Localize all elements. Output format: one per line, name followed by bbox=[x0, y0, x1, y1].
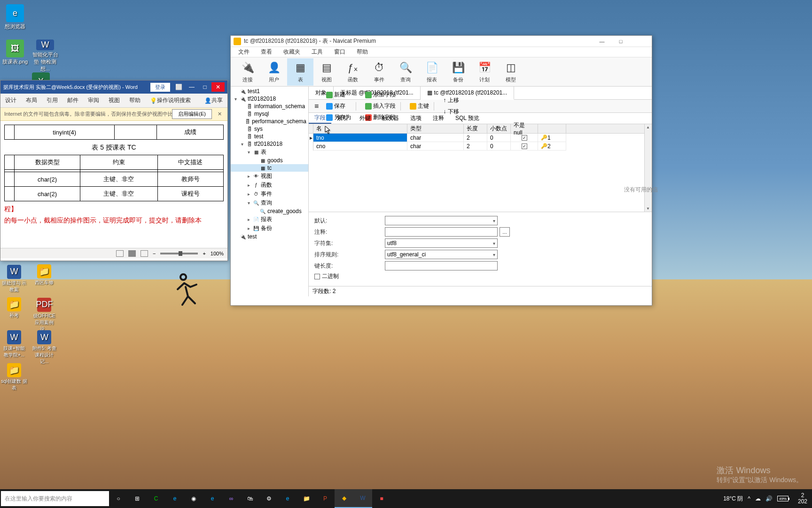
subtab[interactable]: SQL 预览 bbox=[450, 113, 485, 124]
collation-combo[interactable]: utf8_general_ci bbox=[385, 250, 498, 259]
cortana-icon[interactable]: ○ bbox=[109, 489, 128, 508]
tree-item[interactable]: ▸📄报表 bbox=[231, 215, 308, 224]
store-icon[interactable]: 🛍 bbox=[241, 489, 259, 508]
explorer-icon[interactable]: 📁 bbox=[297, 489, 316, 508]
toolbar-table-button[interactable]: ▦表 bbox=[287, 58, 313, 86]
taskbar-search[interactable]: 在这里输入你要搜索的内容 bbox=[1, 491, 109, 506]
ribbon-tab[interactable]: 设计 bbox=[0, 94, 21, 107]
menu-view[interactable]: 查看 bbox=[255, 48, 278, 56]
field-length-cell[interactable]: 2 bbox=[464, 142, 487, 151]
task-view-icon[interactable]: ⊞ bbox=[128, 489, 147, 508]
menu-favorites[interactable]: 收藏夹 bbox=[278, 48, 306, 56]
maximize-icon[interactable]: □ bbox=[611, 36, 630, 47]
subtab[interactable]: 注释 bbox=[427, 113, 450, 124]
menu-tools[interactable]: 工具 bbox=[306, 48, 328, 56]
maximize-icon[interactable]: □ bbox=[198, 82, 211, 92]
tree-expand-icon[interactable]: ▾ bbox=[246, 150, 251, 155]
tree-expand-icon[interactable]: ▸ bbox=[246, 226, 251, 231]
navicat-taskbar-icon[interactable]: ◆ bbox=[335, 489, 353, 508]
tree-item[interactable]: ▦goods bbox=[231, 157, 308, 164]
keylength-input[interactable] bbox=[385, 261, 498, 270]
toolbar-schedule-button[interactable]: 📅计划 bbox=[471, 58, 498, 86]
action-主键-button[interactable]: 主键 bbox=[406, 101, 433, 112]
menu-help[interactable]: 帮助 bbox=[351, 48, 374, 56]
desktop-icon[interactable]: W智能化平台垫 物检测想... bbox=[32, 40, 58, 72]
desktop-icon[interactable]: PDF级OFFICE 应用案例设... bbox=[31, 298, 57, 333]
action-上移-button[interactable]: ↑ 上移 bbox=[439, 95, 462, 106]
word-document-body[interactable]: tinyint(4) 成绩 表 5 授课表 TC 数据类型 约束 中文描述 ch… bbox=[0, 121, 227, 248]
field-row[interactable]: ▶tnochar20✓🔑1 bbox=[309, 134, 644, 142]
desktop-icon[interactable]: W附件5: 考查 课程设计记... bbox=[31, 330, 57, 365]
print-layout-icon[interactable] bbox=[128, 250, 136, 257]
field-decimal-cell[interactable]: 0 bbox=[487, 134, 511, 142]
field-name-cell[interactable]: tno bbox=[313, 134, 407, 142]
zoom-slider[interactable] bbox=[160, 253, 198, 254]
subtab[interactable]: 外键 bbox=[354, 113, 376, 124]
menu-toggle-icon[interactable]: ≡ bbox=[311, 101, 322, 112]
tree-item[interactable]: 🔌test1 bbox=[231, 87, 308, 95]
powerpoint-icon[interactable]: P bbox=[316, 489, 335, 508]
tree-item[interactable]: 🗄mysql bbox=[231, 110, 308, 118]
column-header[interactable] bbox=[538, 124, 566, 133]
word-titlebar[interactable]: 据库技术应用 实验二@Week5.docx (受保护的视图) - Word 登录… bbox=[0, 80, 227, 94]
tree-item[interactable]: ▸⏱事件 bbox=[231, 190, 308, 198]
column-header[interactable]: 长度 bbox=[464, 124, 487, 133]
ribbon-tab[interactable]: 邮件 bbox=[62, 94, 83, 107]
vertical-scrollbar[interactable] bbox=[644, 124, 652, 212]
toolbar-event-button[interactable]: ⏱事件 bbox=[366, 58, 392, 86]
tree-expand-icon[interactable]: ▸ bbox=[246, 191, 251, 197]
tree-item[interactable]: 🗄test bbox=[231, 133, 308, 140]
comment-input[interactable] bbox=[385, 227, 498, 237]
navicat-titlebar[interactable]: tc @tf20182018 (tf20182018) - 表 - Navica… bbox=[231, 36, 652, 47]
comment-expand-button[interactable]: … bbox=[500, 227, 510, 237]
share-button[interactable]: 👤 共享 bbox=[200, 94, 227, 107]
not-null-checkbox[interactable]: ✓ bbox=[511, 134, 538, 142]
tree-item[interactable]: ▾🔍查询 bbox=[231, 198, 308, 207]
ribbon-tab[interactable]: 帮助 bbox=[125, 94, 145, 107]
charset-combo[interactable]: utf8 bbox=[385, 238, 498, 248]
tree-expand-icon[interactable]: ▸ bbox=[246, 217, 251, 222]
tree-item[interactable]: ▾🔌tf20182018 bbox=[231, 95, 308, 103]
ribbon-tab[interactable]: 视图 bbox=[104, 94, 125, 107]
field-decimal-cell[interactable]: 0 bbox=[487, 142, 511, 151]
fields-grid[interactable]: 名类型长度小数点不是 null ▶tnochar20✓🔑1cnochar20✓🔑… bbox=[309, 124, 652, 212]
column-header[interactable]: 不是 null bbox=[511, 124, 538, 133]
content-tab[interactable]: ▦tc @tf20182018 (tf2018201... bbox=[421, 87, 515, 100]
onedrive-icon[interactable]: ☁ bbox=[755, 495, 761, 502]
zoom-percent[interactable]: 100% bbox=[211, 251, 224, 256]
toolbar-view-button[interactable]: ▤视图 bbox=[313, 58, 340, 86]
ie-icon[interactable]: e bbox=[203, 489, 222, 508]
tree-expand-icon[interactable]: ▾ bbox=[246, 200, 251, 206]
toolbar-plug-button[interactable]: 🔌连接 bbox=[234, 58, 261, 86]
ribbon-tab[interactable]: 布局 bbox=[21, 94, 42, 107]
restore-icon[interactable]: ⬜ bbox=[172, 82, 185, 92]
close-icon[interactable]: ✕ bbox=[211, 82, 225, 92]
tree-expand-icon[interactable]: ▾ bbox=[233, 96, 238, 102]
desktop-icon[interactable]: e想浏览器 bbox=[2, 4, 28, 37]
tell-me-search[interactable]: 💡 操作说明搜索 bbox=[145, 94, 195, 107]
desktop-icon[interactable]: 📁sql创建数 据表 bbox=[1, 363, 27, 391]
taskbar-app[interactable]: ⚙ bbox=[259, 489, 278, 508]
enable-editing-button[interactable]: 启用编辑(E) bbox=[172, 109, 212, 119]
desktop-icon[interactable]: 📁补考 bbox=[1, 297, 27, 319]
action-保存-button[interactable]: 保存 bbox=[322, 101, 355, 112]
zoom-in-icon[interactable]: + bbox=[203, 251, 205, 256]
minimize-icon[interactable]: — bbox=[593, 36, 611, 47]
tree-expand-icon[interactable]: ▾ bbox=[239, 142, 245, 147]
visualstudio-icon[interactable]: ∞ bbox=[222, 489, 241, 508]
desktop-icon[interactable]: W据处理与 示 教案 bbox=[1, 265, 27, 293]
toolbar-user-button[interactable]: 👤用户 bbox=[261, 58, 287, 86]
minimize-icon[interactable]: — bbox=[185, 82, 198, 92]
close-icon[interactable] bbox=[630, 36, 649, 47]
desktop-icon[interactable]: 📁西区车修 bbox=[31, 264, 57, 286]
toolbar-backup-button[interactable]: 💾备份 bbox=[445, 58, 471, 86]
ribbon-tab[interactable]: 引用 bbox=[42, 94, 62, 107]
column-header[interactable]: 类型 bbox=[407, 124, 464, 133]
menu-file[interactable]: 文件 bbox=[233, 48, 255, 56]
action-添加字段-button[interactable]: 添加字段 bbox=[361, 89, 399, 101]
word-login-button[interactable]: 登录 bbox=[150, 83, 170, 92]
clock-date[interactable]: 202 bbox=[798, 499, 807, 505]
menu-window[interactable]: 窗口 bbox=[328, 48, 351, 56]
word-taskbar-icon[interactable]: W bbox=[353, 489, 372, 508]
subtab[interactable]: 字段 bbox=[309, 113, 331, 124]
